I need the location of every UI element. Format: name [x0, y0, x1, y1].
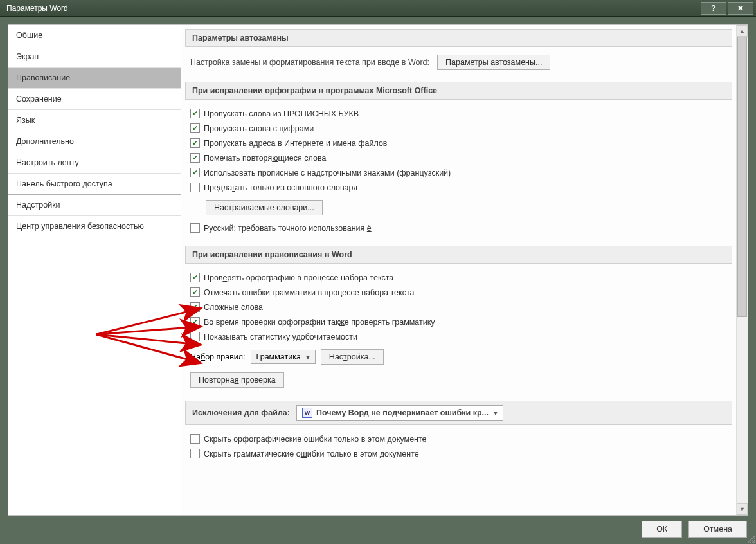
- titlebar: Параметры Word ? ✕: [0, 0, 756, 17]
- chk-readability[interactable]: [190, 332, 200, 341]
- scroll-down-icon[interactable]: ▼: [737, 503, 748, 515]
- chk-complex-words[interactable]: [190, 302, 200, 312]
- sidebar-item-addins[interactable]: Надстройки: [8, 195, 181, 216]
- lbl-french-accents: Использовать прописные с надстрочными зн…: [204, 168, 451, 177]
- custom-dictionaries-button[interactable]: Настраиваемые словари...: [206, 200, 323, 215]
- ruleset-label: Набор правил:: [190, 352, 246, 361]
- chk-main-dict[interactable]: [190, 183, 200, 192]
- sidebar: Общие Экран Правописание Сохранение Язык…: [8, 24, 181, 516]
- section-exceptions-header: Исключения для файла: W Почему Ворд не п…: [185, 401, 732, 425]
- scrollbar[interactable]: ▲ ▼: [736, 25, 748, 515]
- ruleset-select[interactable]: Грамматика ▼: [251, 350, 316, 364]
- lbl-grammar-with-spell: Во время проверки орфографии также прове…: [204, 318, 435, 327]
- section-autocorrect-header: Параметры автозамены: [185, 29, 732, 47]
- lbl-repeat-words: Помечать повторяющиеся слова: [204, 154, 326, 163]
- lbl-hide-grammar-errors: Скрыть грамматические ошибки только в эт…: [204, 449, 419, 458]
- chk-grammar-typing[interactable]: [190, 287, 200, 297]
- chk-skip-uppercase[interactable]: [190, 109, 200, 118]
- ruleset-settings-button[interactable]: Настройка...: [321, 349, 384, 365]
- chk-repeat-words[interactable]: [190, 153, 200, 163]
- chk-russian-yo[interactable]: [190, 223, 200, 233]
- dialog-body: Общие Экран Правописание Сохранение Язык…: [0, 17, 756, 544]
- sidebar-item-language[interactable]: Язык: [8, 110, 181, 131]
- sidebar-item-proofing[interactable]: Правописание: [8, 68, 181, 89]
- lbl-complex-words: Сложные слова: [204, 303, 263, 312]
- sidebar-item-display[interactable]: Экран: [8, 46, 181, 68]
- chk-hide-grammar-errors[interactable]: [190, 449, 200, 458]
- lbl-spellcheck-typing: Проверять орфографию в процессе набора т…: [204, 273, 393, 282]
- lbl-main-dict: Предлагать только из основного словаря: [204, 183, 357, 192]
- autocorrect-options-button[interactable]: Параметры автозамены...: [437, 55, 550, 70]
- section-office-spell-header: При исправлении орфографии в программах …: [185, 82, 732, 100]
- lbl-russian-yo: Русский: требовать точного использования…: [204, 224, 372, 233]
- sidebar-item-general[interactable]: Общие: [8, 25, 181, 46]
- lbl-skip-urls: Пропускать адреса в Интернете и имена фа…: [204, 139, 388, 148]
- exceptions-label: Исключения для файла:: [192, 408, 290, 417]
- chk-spellcheck-typing[interactable]: [190, 273, 200, 282]
- exceptions-file-value: Почему Ворд не подчеркивает ошибки кр...: [316, 408, 489, 417]
- recheck-button[interactable]: Повторная проверка: [190, 372, 284, 388]
- ruleset-value: Грамматика: [256, 352, 301, 361]
- dialog-footer: ОК Отмена: [642, 521, 747, 538]
- sidebar-item-trust[interactable]: Центр управления безопасностью: [8, 216, 181, 237]
- sidebar-item-ribbon[interactable]: Настроить ленту: [8, 152, 181, 174]
- lbl-skip-digits: Пропускать слова с цифрами: [204, 124, 314, 133]
- scroll-track[interactable]: [737, 37, 748, 503]
- exceptions-file-select[interactable]: W Почему Ворд не подчеркивает ошибки кр.…: [296, 405, 503, 421]
- chk-french-accents[interactable]: [190, 168, 200, 177]
- chevron-down-icon: ▼: [305, 354, 311, 361]
- lbl-readability: Показывать статистику удобочитаемости: [204, 332, 357, 341]
- cancel-button[interactable]: Отмена: [688, 521, 747, 538]
- close-button[interactable]: ✕: [728, 2, 753, 15]
- help-button[interactable]: ?: [701, 2, 726, 15]
- lbl-skip-uppercase: Пропускать слова из ПРОПИСНЫХ БУКВ: [204, 109, 359, 118]
- ok-button[interactable]: ОК: [642, 521, 682, 538]
- autocorrect-intro: Настройка замены и форматирования текста…: [190, 58, 429, 67]
- chk-skip-urls[interactable]: [190, 138, 200, 148]
- lbl-hide-spell-errors: Скрыть орфографические ошибки только в э…: [204, 435, 427, 444]
- chk-hide-spell-errors[interactable]: [190, 434, 200, 444]
- section-word-spell-header: При исправлении правописания в Word: [185, 246, 732, 264]
- sidebar-item-save[interactable]: Сохранение: [8, 89, 181, 110]
- sidebar-item-qat[interactable]: Панель быстрого доступа: [8, 174, 181, 195]
- scroll-thumb[interactable]: [737, 37, 747, 317]
- document-icon: W: [302, 408, 312, 418]
- lbl-grammar-typing: Отмечать ошибки грамматики в процессе на…: [204, 288, 414, 297]
- chevron-down-icon: ▼: [492, 410, 499, 417]
- scroll-up-icon[interactable]: ▲: [737, 25, 748, 37]
- resize-grip[interactable]: [746, 534, 755, 543]
- sidebar-item-advanced[interactable]: Дополнительно: [8, 131, 181, 152]
- chk-skip-digits[interactable]: [190, 123, 200, 133]
- chk-grammar-with-spell[interactable]: [190, 317, 200, 327]
- window-title: Параметры Word: [6, 4, 701, 13]
- content-pane: Параметры автозамены Настройка замены и …: [181, 25, 736, 515]
